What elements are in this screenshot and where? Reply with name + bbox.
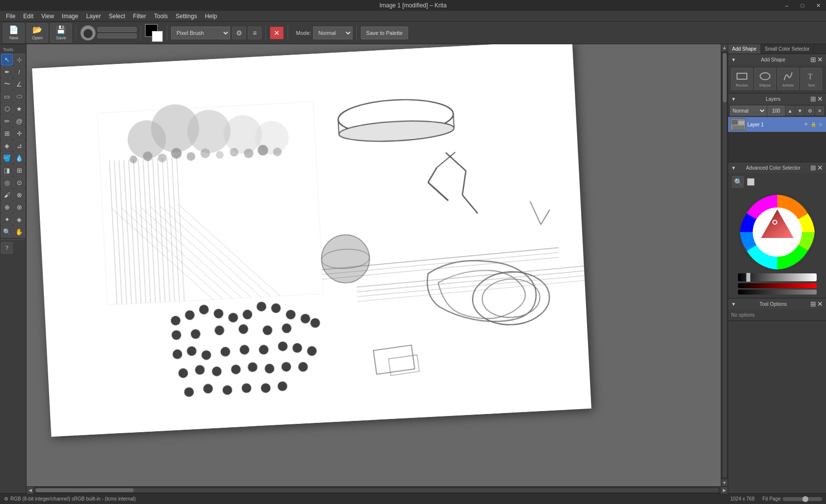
- layer-up-btn[interactable]: ▲: [786, 106, 795, 115]
- polyline-tool[interactable]: ∠: [13, 78, 25, 90]
- add-shape-float-icon[interactable]: ⊞: [810, 56, 816, 63]
- tool-options-close-icon[interactable]: ✕: [817, 300, 823, 308]
- scroll-thumb-horizontal[interactable]: [35, 488, 134, 492]
- spiral-tool[interactable]: @: [13, 115, 25, 127]
- color-selector-close-icon[interactable]: ✕: [817, 164, 823, 172]
- layers-header[interactable]: ▼ Layers ⊞ ✕: [728, 93, 826, 104]
- zoom-slider[interactable]: [783, 497, 822, 501]
- scroll-track-vertical[interactable]: [723, 53, 727, 477]
- layers-float-icon[interactable]: ⊞: [810, 95, 816, 103]
- canvas-area[interactable]: [27, 44, 721, 486]
- eyedropper-tool[interactable]: 💧: [13, 152, 25, 164]
- layer-visibility-icon[interactable]: 👁: [802, 121, 809, 128]
- ellipse-tool[interactable]: ⬭: [13, 90, 25, 102]
- scroll-up-arrow[interactable]: ▲: [721, 44, 728, 51]
- node-edit-tool[interactable]: ◈: [1, 140, 13, 151]
- menu-tools[interactable]: Tools: [150, 12, 172, 21]
- add-shape-header[interactable]: ▼ Add Shape ⊞ ✕: [728, 54, 826, 65]
- deform-tool[interactable]: ⊗: [13, 189, 25, 201]
- vertical-scrollbar[interactable]: ▲ ▼: [721, 44, 728, 486]
- polygon-tool[interactable]: ⬡: [1, 103, 13, 115]
- layer-mode-dropdown[interactable]: Normal Multiply: [730, 106, 767, 116]
- crop-tool[interactable]: ⊿: [13, 140, 25, 151]
- freehand-sel-tool[interactable]: ⊙: [13, 177, 25, 188]
- layer-down-btn[interactable]: ▼: [796, 106, 804, 115]
- select-tool[interactable]: ↖: [1, 54, 13, 65]
- scroll-down-arrow[interactable]: ▼: [721, 479, 728, 486]
- scroll-track-horizontal[interactable]: [35, 488, 719, 492]
- save-button[interactable]: 💾 Save: [50, 23, 72, 43]
- save-palette-button[interactable]: Save to Palette: [361, 27, 409, 39]
- brush-size-slider[interactable]: [97, 27, 137, 32]
- brush-dropdown[interactable]: Pixel Brush: [171, 27, 230, 39]
- menu-image[interactable]: Image: [58, 12, 82, 21]
- shape-text[interactable]: T Text: [800, 68, 822, 90]
- layer-lock-icon[interactable]: 🔒: [810, 121, 817, 128]
- layer-row[interactable]: Layer 1 👁 🔒 α: [728, 117, 826, 132]
- tab-add-shape[interactable]: Add Shape: [728, 44, 761, 54]
- value-bar-thumb[interactable]: [746, 272, 751, 282]
- color-swatch[interactable]: [145, 24, 163, 42]
- color-wheel-svg[interactable]: [738, 193, 817, 271]
- tab-small-color-selector[interactable]: Small Color Selector: [761, 44, 814, 54]
- color-wheel-container[interactable]: [738, 193, 817, 271]
- magnetic-sel-tool[interactable]: ⊕: [1, 201, 13, 213]
- minimize-button[interactable]: –: [779, 0, 795, 11]
- brush-settings-button[interactable]: ⚙: [232, 27, 246, 39]
- text-tool[interactable]: ?: [1, 242, 13, 254]
- line-tool[interactable]: /: [13, 66, 25, 78]
- eyedropper-button[interactable]: 🔍: [732, 176, 744, 188]
- menu-file[interactable]: File: [2, 12, 19, 21]
- menu-settings[interactable]: Settings: [172, 12, 201, 21]
- brush-preview[interactable]: ⬤: [80, 25, 96, 41]
- shape-rect[interactable]: Rectan: [731, 68, 753, 90]
- layer-alpha-icon[interactable]: α: [817, 121, 824, 128]
- transform-tool[interactable]: ⊞: [1, 127, 13, 139]
- value-bar[interactable]: [738, 273, 817, 281]
- path-tool[interactable]: ⊹: [13, 54, 25, 65]
- star-tool[interactable]: ★: [13, 103, 25, 115]
- maximize-button[interactable]: □: [795, 0, 810, 11]
- hue-bar[interactable]: [738, 283, 817, 288]
- layer-opacity-input[interactable]: [767, 106, 785, 116]
- scroll-left-arrow[interactable]: ◀: [27, 487, 33, 494]
- color-selector-float-icon[interactable]: ⊞: [810, 164, 816, 172]
- shape-artistic[interactable]: Artistic: [777, 68, 799, 90]
- shape-ellipse[interactable]: Ellipse: [754, 68, 776, 90]
- brush-opacity-slider[interactable]: [97, 33, 137, 38]
- add-shape-close-icon[interactable]: ✕: [817, 56, 823, 63]
- scroll-right-arrow[interactable]: ▶: [721, 487, 728, 494]
- pencil-tool[interactable]: ✏: [1, 115, 13, 127]
- open-button[interactable]: 📂 Open: [27, 23, 48, 43]
- contiguous-sel-tool[interactable]: ◎: [1, 177, 13, 188]
- fill-tool[interactable]: 🪣: [1, 152, 13, 164]
- color-settings-btn[interactable]: [747, 178, 755, 186]
- move-tool[interactable]: ✛: [13, 127, 25, 139]
- color-selector-header[interactable]: ▼ Advanced Color Selector ⊞ ✕: [728, 162, 826, 173]
- zoom-thumb[interactable]: [802, 496, 808, 502]
- freehand-tool[interactable]: 〜: [1, 78, 13, 90]
- horizontal-scrollbar[interactable]: ◀ ▶: [27, 486, 728, 493]
- close-button[interactable]: ✕: [810, 0, 826, 11]
- menu-view[interactable]: View: [37, 12, 58, 21]
- layer-close-btn[interactable]: ✕: [815, 106, 824, 115]
- menu-select[interactable]: Select: [105, 12, 129, 21]
- color-erase-tool[interactable]: ◈: [13, 213, 25, 225]
- gradient-tool[interactable]: ◨: [1, 164, 13, 176]
- smart-brush-tool[interactable]: ⊛: [13, 201, 25, 213]
- calligraphy-tool[interactable]: ✒: [1, 66, 13, 78]
- pan-tool[interactable]: ✋: [13, 226, 25, 237]
- menu-filter[interactable]: Filter: [129, 12, 150, 21]
- menu-edit[interactable]: Edit: [19, 12, 37, 21]
- tool-options-float-icon[interactable]: ⊞: [810, 300, 816, 308]
- layer-settings-btn[interactable]: ⚙: [805, 106, 814, 115]
- pattern-tool[interactable]: ⊞: [13, 164, 25, 176]
- layers-close-icon[interactable]: ✕: [817, 95, 823, 103]
- menu-help[interactable]: Help: [201, 12, 221, 21]
- paint-brush-tool[interactable]: 🖌: [1, 189, 13, 201]
- menu-layer[interactable]: Layer: [82, 12, 105, 21]
- background-color[interactable]: [152, 31, 163, 42]
- scroll-thumb-vertical[interactable]: [723, 53, 727, 102]
- sat-bar[interactable]: [738, 290, 817, 295]
- rect-tool[interactable]: ▭: [1, 90, 13, 102]
